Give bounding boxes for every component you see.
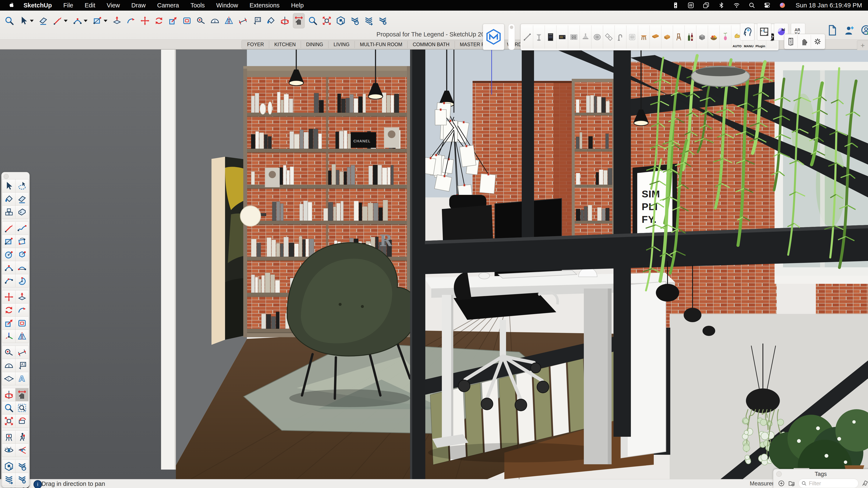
bluetooth-icon[interactable] xyxy=(718,2,725,9)
extension-sync-icon[interactable] xyxy=(349,13,361,28)
palette-eraser-tool[interactable] xyxy=(15,192,29,206)
pan-tool[interactable] xyxy=(293,13,305,28)
palette-text-tool[interactable]: A1 xyxy=(15,359,29,372)
menu-item-help[interactable]: Help xyxy=(285,2,309,9)
scene-tab-dining[interactable]: DINING xyxy=(301,41,328,48)
component-side-table[interactable] xyxy=(638,25,650,49)
scene-tab-foyer[interactable]: FOYER xyxy=(242,41,269,48)
palette-previous-view-tool[interactable] xyxy=(15,414,29,428)
palette-rotate-tool[interactable] xyxy=(2,303,16,317)
menu-item-tools[interactable]: Tools xyxy=(185,2,211,9)
menu-item-extensions[interactable]: Extensions xyxy=(244,2,285,9)
scale-tool[interactable] xyxy=(167,13,179,28)
palette-scale-tool[interactable] xyxy=(2,317,16,330)
palette-lasso-tool[interactable] xyxy=(15,179,29,193)
component-flower-vase[interactable] xyxy=(720,25,731,49)
rectangle-tool[interactable] xyxy=(91,13,109,28)
eraser-tool[interactable] xyxy=(37,13,49,28)
component-towel-rail[interactable] xyxy=(522,25,533,49)
palette-axes-tool[interactable] xyxy=(2,330,16,343)
palette-position-camera-tool[interactable] xyxy=(2,430,16,444)
tags-filter-field[interactable] xyxy=(799,479,859,488)
palette-field-of-view-tool[interactable] xyxy=(15,444,29,457)
zoom-camera-tool[interactable] xyxy=(307,13,319,28)
protractor-tool[interactable] xyxy=(209,13,221,28)
zoom-tool[interactable] xyxy=(3,13,15,28)
palette-extension-settings-icon[interactable] xyxy=(15,473,29,486)
pushpull-tool[interactable] xyxy=(111,13,123,28)
menu-item-camera[interactable]: Camera xyxy=(152,2,185,9)
component-gas-hob[interactable] xyxy=(568,25,580,49)
component-cooker-hood[interactable] xyxy=(580,25,591,49)
menu-item-sketchup[interactable]: SketchUp xyxy=(18,2,58,9)
palette-extension-sync-icon[interactable] xyxy=(15,460,29,473)
component-storage-box[interactable] xyxy=(696,25,708,49)
menu-item-file[interactable]: File xyxy=(58,2,79,9)
palette-zoom-window-tool[interactable] xyxy=(15,401,29,415)
palette-components-tool[interactable] xyxy=(2,205,16,219)
tags-filter-input[interactable] xyxy=(808,480,849,487)
tape-measure-tool[interactable] xyxy=(195,13,207,28)
component-tiles[interactable] xyxy=(603,25,615,49)
component-countertop[interactable] xyxy=(650,25,661,49)
label-tool[interactable] xyxy=(237,13,249,28)
palette-extension-import-icon[interactable] xyxy=(2,460,16,473)
select-tool[interactable] xyxy=(18,13,35,28)
palette-3d-text-tool[interactable]: A xyxy=(15,372,29,385)
zoom-extents-tool[interactable] xyxy=(321,13,333,28)
component-wine-bottles[interactable] xyxy=(685,25,696,49)
palette-orbit-tool[interactable] xyxy=(2,388,16,401)
help-status-icon[interactable]: i xyxy=(33,480,42,488)
palette-extension-layers-icon[interactable] xyxy=(2,473,16,486)
component-oven[interactable] xyxy=(545,25,557,49)
palette-followme-tool[interactable] xyxy=(15,303,29,317)
palette-rotated-rectangle-tool[interactable] xyxy=(15,235,29,248)
line-tool[interactable] xyxy=(51,13,69,28)
paint-tool[interactable] xyxy=(265,13,277,28)
palette-walk-tool[interactable] xyxy=(15,430,29,444)
account-avatar-icon[interactable] xyxy=(860,25,868,36)
add-user-icon[interactable] xyxy=(843,25,855,36)
palette-zoom-extents-tool[interactable] xyxy=(2,414,16,428)
dropdown-caret[interactable] xyxy=(84,20,88,22)
tag-pencil-icon[interactable] xyxy=(862,480,868,487)
palette-offset-tool[interactable] xyxy=(15,317,29,330)
component-microwave[interactable] xyxy=(557,25,568,49)
palette-zoom-tool[interactable] xyxy=(2,401,16,415)
palette-protractor-tool[interactable] xyxy=(2,359,16,372)
door-button[interactable] xyxy=(784,35,798,48)
palette-paint-tool[interactable] xyxy=(2,192,16,206)
spotlight-search-icon[interactable] xyxy=(748,2,755,9)
component-faucet[interactable] xyxy=(615,25,626,49)
extension-layers-icon[interactable] xyxy=(363,13,375,28)
settings-gear-button[interactable] xyxy=(811,35,824,48)
palette-titlebar[interactable] xyxy=(1,172,29,180)
menu-item-window[interactable]: Window xyxy=(211,2,244,9)
component-pedestal[interactable] xyxy=(533,25,545,49)
palette-three-point-arc-tool[interactable] xyxy=(2,274,16,287)
palette-pie-tool[interactable] xyxy=(15,274,29,287)
palette-select-tool[interactable] xyxy=(2,179,16,193)
passport-icon[interactable] xyxy=(672,2,679,9)
add-tag-icon[interactable] xyxy=(778,480,785,487)
orbit-tool[interactable] xyxy=(279,13,291,28)
text-tool[interactable]: A1 xyxy=(251,13,263,28)
dropdown-caret[interactable] xyxy=(64,20,68,22)
dropdown-caret[interactable] xyxy=(30,20,34,22)
floorplan-button[interactable] xyxy=(757,23,771,40)
palette-arc-tool[interactable] xyxy=(2,261,16,274)
add-panel-tab[interactable]: + xyxy=(857,40,868,50)
palette-line-tool[interactable] xyxy=(2,222,16,235)
ai-head-button[interactable] xyxy=(740,23,754,40)
menu-item-edit[interactable]: Edit xyxy=(79,2,101,9)
menu-item-draw[interactable]: Draw xyxy=(126,2,152,9)
warehouse-button[interactable] xyxy=(483,24,504,50)
palette-dimension-tool[interactable] xyxy=(15,346,29,359)
palette-flip-tool[interactable] xyxy=(15,330,29,343)
palette-two-point-arc-tool[interactable] xyxy=(15,261,29,274)
palette-look-around-tool[interactable] xyxy=(2,444,16,457)
add-tag-folder-icon[interactable] xyxy=(788,480,795,487)
component-power-socket[interactable] xyxy=(626,25,638,49)
component-fruit-bowl[interactable] xyxy=(708,25,720,49)
followme-tool[interactable] xyxy=(125,13,137,28)
